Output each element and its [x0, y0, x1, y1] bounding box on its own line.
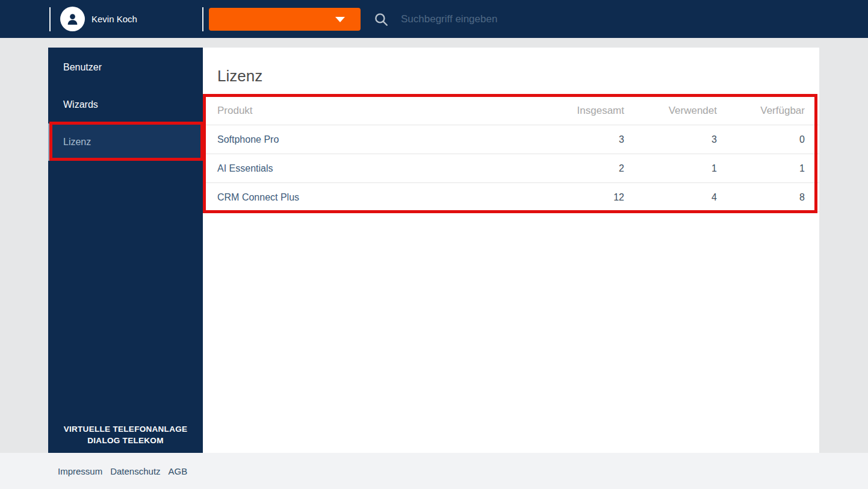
cell-produkt: Softphone Pro: [217, 134, 532, 145]
cell-verwendet: 1: [624, 163, 717, 174]
cell-verfuegbar: 0: [717, 134, 805, 145]
sidebar-nav: Benutzer Wizards Lizenz: [48, 48, 203, 161]
user-icon: [65, 11, 80, 26]
header-divider: [202, 7, 203, 31]
cell-insgesamt: 3: [532, 134, 624, 145]
search-input[interactable]: [401, 8, 702, 30]
sidebar: Benutzer Wizards Lizenz VIRTUELLE TELEFO…: [48, 48, 203, 453]
sidebar-item-label: Lizenz: [63, 137, 91, 148]
cell-verfuegbar: 8: [717, 192, 805, 203]
column-header-verfuegbar: Verfügbar: [717, 105, 805, 117]
header-divider: [49, 7, 51, 31]
table-row[interactable]: Softphone Pro 3 3 0: [203, 125, 819, 154]
license-table: Produkt Insgesamt Verwendet Verfügbar So…: [203, 96, 819, 212]
user-name: Kevin Koch: [91, 0, 137, 38]
cell-verwendet: 3: [624, 134, 717, 145]
column-header-verwendet: Verwendet: [624, 105, 717, 117]
top-header-bar: Kevin Koch: [0, 0, 868, 38]
search-icon: [373, 11, 389, 27]
footer-link-datenschutz[interactable]: Datenschutz: [110, 466, 160, 476]
sidebar-item-label: Benutzer: [63, 62, 102, 73]
cell-insgesamt: 12: [532, 192, 624, 203]
sidebar-item-lizenz[interactable]: Lizenz: [48, 123, 203, 161]
brand-line-2: DIALOG TELEKOM: [48, 435, 203, 446]
footer-link-agb[interactable]: AGB: [169, 466, 188, 476]
cell-produkt: AI Essentials: [217, 163, 532, 174]
cell-insgesamt: 2: [532, 163, 624, 174]
chevron-down-icon: [335, 17, 345, 22]
content-card: Lizenz Produkt Insgesamt Verwendet Verfü…: [203, 48, 819, 453]
brand-line-1: VIRTUELLE TELEFONANLAGE: [48, 423, 203, 435]
avatar[interactable]: [60, 7, 85, 31]
table-row[interactable]: AI Essentials 2 1 1: [203, 154, 819, 183]
sidebar-item-label: Wizards: [63, 99, 98, 110]
account-dropdown-button[interactable]: [209, 8, 361, 31]
table-row[interactable]: CRM Connect Plus 12 4 8: [203, 183, 819, 212]
sidebar-item-wizards[interactable]: Wizards: [48, 86, 203, 123]
page-title: Lizenz: [217, 64, 819, 87]
sidebar-item-benutzer[interactable]: Benutzer: [48, 49, 203, 86]
cell-verfuegbar: 1: [717, 163, 805, 174]
cell-verwendet: 4: [624, 192, 717, 203]
table-header-row: Produkt Insgesamt Verwendet Verfügbar: [203, 96, 819, 125]
table-body: Softphone Pro 3 3 0 AI Essentials 2 1 1 …: [203, 125, 819, 212]
column-header-insgesamt: Insgesamt: [532, 105, 624, 117]
app-window: Kevin Koch Benutzer Wizards Lizenz VIRTU…: [0, 0, 868, 489]
footer: Impressum Datenschutz AGB: [0, 453, 868, 489]
cell-produkt: CRM Connect Plus: [217, 192, 532, 203]
column-header-produkt: Produkt: [217, 105, 532, 117]
brand-text: VIRTUELLE TELEFONANLAGE DIALOG TELEKOM: [48, 423, 203, 446]
footer-link-impressum[interactable]: Impressum: [58, 466, 102, 476]
